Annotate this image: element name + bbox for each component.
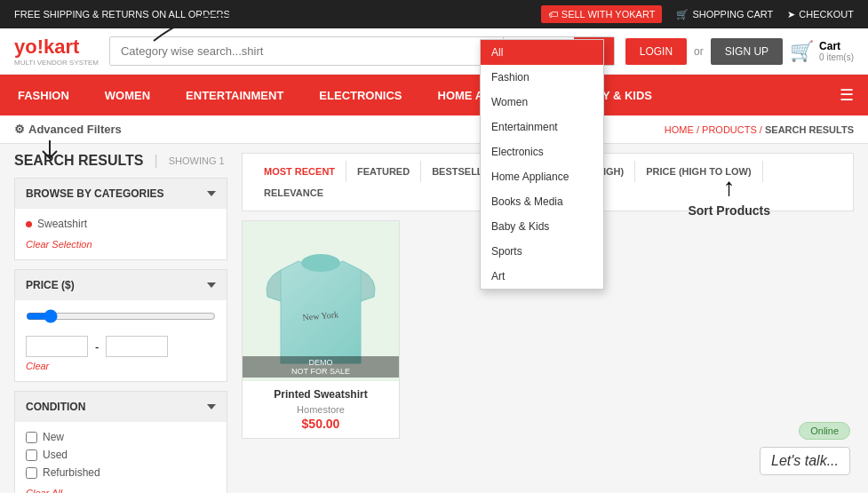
price-range-slider[interactable] (26, 309, 216, 323)
category-sweatshirt-label: Sweatshirt (37, 218, 87, 230)
breadcrumb: HOME / PRODUCTS / SEARCH RESULTS (665, 124, 854, 135)
sidebar: SEARCH RESULTS | SHOWING 1 BROWSE BY CAT… (14, 153, 227, 493)
sort-relevance[interactable]: RELEVANCE (253, 182, 334, 203)
condition-used-item[interactable]: Used (26, 449, 216, 461)
dd-item-electronics[interactable]: Electronics (481, 139, 603, 164)
condition-refurbished-label: Refurbished (43, 466, 100, 479)
product-name: Printed Sweatshirt (250, 388, 392, 401)
svg-point-0 (301, 254, 340, 272)
dd-item-women[interactable]: Women (481, 90, 603, 115)
main-layout: SEARCH RESULTS | SHOWING 1 BROWSE BY CAT… (0, 144, 868, 493)
filter-price: PRICE ($) 50 - 50 Clear (14, 269, 227, 382)
price-max-input[interactable]: 50 (106, 336, 168, 357)
dd-item-fashion[interactable]: Fashion (481, 65, 603, 90)
sort-price-high[interactable]: PRICE (HIGH TO LOW) (635, 161, 762, 182)
or-text: or (694, 45, 704, 58)
chevron-down-icon-price (207, 282, 216, 288)
af-arrow (23, 140, 76, 167)
dd-item-baby-kids[interactable]: Baby & Kids (481, 214, 603, 239)
filter-price-body: 50 - 50 Clear (15, 300, 227, 381)
signup-button[interactable]: SIGN UP (711, 38, 783, 65)
nav-entertainment[interactable]: ENTERTAINMENT (168, 78, 301, 113)
filter-price-header[interactable]: PRICE ($) (15, 270, 227, 300)
condition-new-checkbox[interactable] (26, 432, 37, 443)
cart-icon-wrap: 🛒 (790, 40, 814, 63)
condition-new-label: New (43, 431, 64, 443)
top-bar: FREE SHIPPING & RETURNS ON ALL ORDERS 🏷 … (0, 0, 868, 28)
logo-text: yo!kart (14, 36, 79, 58)
product-image: New York DEMO NOT FOR SALE (243, 221, 399, 381)
search-input[interactable] (110, 37, 503, 65)
tag-icon: 🏷 (548, 9, 558, 20)
filter-categories-body: Sweatshirt Clear Selection (15, 209, 227, 259)
sell-with-yokart-btn[interactable]: 🏷 SELL WITH YOKART (541, 5, 663, 23)
dd-item-books-media[interactable]: Books & Media (481, 189, 603, 214)
dd-item-home-appliance[interactable]: Home Appliance (481, 164, 603, 189)
cart-icon: 🛒 (676, 9, 689, 20)
filter-condition-header[interactable]: CONDITION (15, 392, 227, 422)
clear-category-link[interactable]: Clear Selection (26, 239, 92, 250)
breadcrumb-current: SEARCH RESULTS (765, 124, 854, 135)
condition-refurbished-checkbox[interactable] (26, 467, 37, 479)
chevron-down-icon-condition (207, 404, 216, 410)
online-badge: Online (799, 422, 850, 440)
cart-label: Cart (819, 40, 854, 52)
hamburger-menu[interactable]: ☰ (825, 75, 868, 115)
filter-icon: ⚙ (14, 123, 25, 136)
nav-electronics[interactable]: ELECTRONICS (301, 78, 419, 113)
cart-icon: 🛒 (790, 40, 814, 62)
dd-item-all[interactable]: All (481, 40, 603, 65)
dot-icon (26, 221, 32, 227)
product-sweatshirt-svg: New York (263, 226, 378, 377)
sort-most-recent[interactable]: MOST RECENT (253, 161, 346, 182)
advanced-filters-section: ⚙ Advanced Filters (14, 123, 122, 136)
free-shipping-text: FREE SHIPPING & RETURNS ON ALL ORDERS (14, 9, 230, 20)
nav: FASHION WOMEN ENTERTAINMENT ELECTRONICS … (0, 75, 868, 115)
sort-featured[interactable]: FEATURED (346, 161, 421, 182)
clear-condition-link[interactable]: Clear All (26, 488, 62, 493)
condition-used-label: Used (43, 449, 68, 461)
filter-categories-header[interactable]: BROWSE BY CATEGORIES (15, 179, 227, 209)
nav-fashion[interactable]: FASHION (0, 78, 87, 113)
advanced-filters-link[interactable]: ⚙ Advanced Filters (14, 123, 122, 136)
product-info: Printed Sweatshirt Homestore $50.00 (243, 381, 399, 438)
logo[interactable]: yo!kart MULTI VENDOR SYSTEM (14, 36, 99, 67)
header-actions: LOGIN or SIGN UP 🛒 Cart 0 item(s) (625, 38, 854, 65)
condition-refurbished-item[interactable]: Refurbished (26, 466, 216, 479)
header: yo!kart MULTI VENDOR SYSTEM All 🔍 LOGI (0, 28, 868, 75)
checkout-link[interactable]: ➤ CHECKOUT (787, 9, 854, 20)
breadcrumb-home[interactable]: HOME (665, 124, 694, 135)
product-store: Homestore (250, 404, 392, 415)
arrow-icon: ➤ (787, 9, 795, 20)
condition-new-item[interactable]: New (26, 431, 216, 443)
filter-condition-body: New Used Refurbished Clear All (15, 422, 227, 493)
cart-items-count: 0 item(s) (819, 52, 854, 62)
logo-sub: MULTI VENDOR SYSTEM (14, 59, 99, 67)
filter-categories: BROWSE BY CATEGORIES Sweatshirt Clear Se… (14, 178, 227, 260)
condition-used-checkbox[interactable] (26, 449, 37, 461)
dd-item-sports[interactable]: Sports (481, 239, 603, 264)
showing-count: SHOWING 1 (169, 155, 225, 166)
demo-badge: DEMO NOT FOR SALE (243, 356, 399, 378)
product-price: $50.00 (250, 417, 392, 431)
chat-bubble[interactable]: Let's talk... (760, 447, 850, 475)
category-dropdown: All Fashion Women Entertainment Electron… (480, 39, 604, 290)
price-min-input[interactable]: 50 (26, 336, 88, 357)
product-card[interactable]: New York DEMO NOT FOR SALE Printed Sweat… (242, 220, 400, 439)
cart-area[interactable]: 🛒 Cart 0 item(s) (790, 40, 854, 63)
breadcrumb-bar: ⚙ Advanced Filters HOME / PRODUCTS / SEA… (0, 115, 868, 144)
chevron-down-icon (207, 191, 216, 196)
nav-women[interactable]: WOMEN (87, 78, 168, 113)
dd-item-art[interactable]: Art (481, 264, 603, 289)
shopping-cart-link[interactable]: 🛒 SHOPPING CART (676, 9, 773, 20)
filter-condition: CONDITION New Used Refurbished (14, 391, 227, 493)
category-sweatshirt-item[interactable]: Sweatshirt (26, 218, 216, 230)
breadcrumb-products[interactable]: PRODUCTS (702, 124, 757, 135)
dd-item-entertainment[interactable]: Entertainment (481, 115, 603, 139)
clear-price-link[interactable]: Clear (26, 361, 49, 371)
login-button[interactable]: LOGIN (625, 38, 687, 65)
